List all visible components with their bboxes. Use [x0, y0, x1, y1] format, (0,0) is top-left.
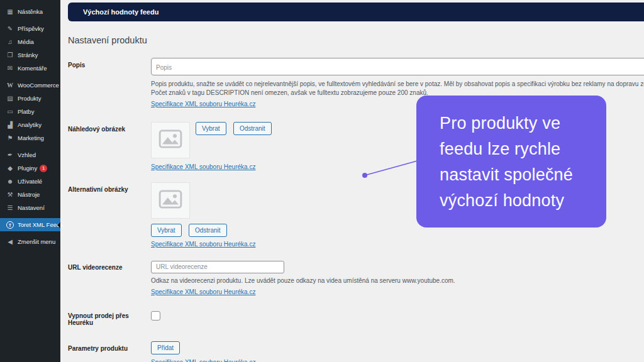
- popis-input[interactable]: [151, 58, 644, 75]
- alternativni-obrazky-label: Alternativní obrázky: [68, 182, 151, 193]
- tutorial-callout-text: Pro produkty ve feedu lze rychle nastavi…: [440, 114, 573, 210]
- marketing-icon: ⚑: [6, 134, 14, 143]
- sidebar-item-comments[interactable]: ✉ Komentáře: [0, 62, 60, 75]
- alt-images-remove-button[interactable]: Odstranit: [189, 224, 227, 237]
- tab-title: Výchozí hodnoty feedu: [83, 8, 158, 16]
- sidebar-item-payments[interactable]: ▭ Platby: [0, 105, 60, 118]
- products-icon: ▤: [6, 94, 14, 103]
- row-parametry-produktu: Parametry produktu Přidat Specifikace XM…: [68, 341, 644, 362]
- settings-icon: ☰: [6, 204, 14, 212]
- sidebar-item-dashboard[interactable]: ▦ Nástěnka: [0, 5, 60, 18]
- callout-connector-line: [360, 154, 421, 180]
- woocommerce-icon: W: [6, 81, 14, 90]
- sidebar-item-label: Pluginy: [18, 165, 37, 172]
- tools-icon: ⚒: [6, 190, 14, 199]
- sidebar-item-label: Nástěnka: [18, 8, 43, 15]
- media-icon: ♫: [6, 38, 14, 47]
- sidebar-item-label: Nástroje: [18, 191, 40, 198]
- sidebar-item-posts[interactable]: ✎ Příspěvky: [0, 22, 60, 35]
- collapse-menu-icon: ◀: [6, 238, 14, 246]
- admin-sidebar: ▦ Nástěnka ✎ Příspěvky ♫ Média ❐ Stránky…: [0, 0, 60, 362]
- appearance-icon: ✒: [6, 151, 14, 160]
- posts-icon: ✎: [6, 25, 14, 33]
- url-videorecenze-input[interactable]: [151, 261, 284, 273]
- tutorial-callout: Pro produkty ve feedu lze rychle nastavi…: [416, 96, 606, 228]
- comments-icon: ✉: [6, 64, 14, 73]
- url-videorecenze-label: URL videorecenze: [68, 260, 151, 271]
- sidebar-item-pages[interactable]: ❐ Stránky: [0, 48, 60, 62]
- alt-images-spec-link[interactable]: Specifikace XML souboru Heuréka.cz: [151, 241, 255, 248]
- sidebar-item-tools[interactable]: ⚒ Nástroje: [0, 188, 60, 201]
- url-videorecenze-help: Odkaz na videorecenzi produktu. Lze uvád…: [151, 277, 644, 285]
- pages-icon: ❐: [6, 51, 14, 60]
- plugins-icon: ◆: [6, 164, 14, 173]
- sidebar-item-label: Marketing: [18, 134, 44, 141]
- featured-image-select-button[interactable]: Vybrat: [196, 122, 226, 135]
- payments-icon: ▭: [6, 107, 14, 116]
- sidebar-item-label: Vzhled: [18, 151, 36, 158]
- featured-image-remove-button[interactable]: Odstranit: [233, 122, 272, 135]
- popis-spec-link[interactable]: Specifikace XML souboru Heuréka.cz: [151, 101, 255, 107]
- sidebar-item-label: Stránky: [18, 52, 38, 58]
- alt-images-select-button[interactable]: Vybrat: [151, 224, 182, 237]
- sidebar-item-analytics[interactable]: ▟ Analytiky: [0, 118, 60, 131]
- parametry-spec-link[interactable]: Specifikace XML souboru Heuréka.cz: [151, 359, 255, 362]
- sidebar-item-settings[interactable]: ☰ Nastavení: [0, 201, 60, 214]
- sidebar-item-label: Produkty: [18, 95, 42, 102]
- sidebar-item-label: Toret XML Feeds: [18, 221, 63, 228]
- tab-vychozi-hodnoty-feedu[interactable]: Výchozí hodnoty feedu: [68, 3, 644, 21]
- sidebar-item-products[interactable]: ▤ Produkty: [0, 92, 60, 105]
- sidebar-item-marketing[interactable]: ⚑ Marketing: [0, 131, 60, 145]
- parametry-add-button[interactable]: Přidat: [151, 341, 180, 354]
- admin-menu: ▦ Nástěnka ✎ Příspěvky ♫ Média ❐ Stránky…: [0, 5, 60, 248]
- sidebar-item-appearance[interactable]: ✒ Vzhled: [0, 148, 60, 162]
- nahledovy-obrazek-label: Náhledový obrázek: [68, 122, 151, 133]
- url-videorecenze-spec-link[interactable]: Specifikace XML souboru Heuréka.cz: [151, 288, 255, 295]
- image-placeholder-icon: [158, 129, 182, 151]
- sidebar-item-label: Platby: [18, 108, 34, 115]
- sidebar-item-toret-xml-feeds[interactable]: T Toret XML Feeds: [0, 218, 60, 231]
- sidebar-item-woocommerce[interactable]: W WooCommerce: [0, 79, 60, 92]
- page-title: Nastavení produktu: [68, 35, 147, 45]
- analytics-icon: ▟: [6, 121, 14, 129]
- featured-image-placeholder: [151, 122, 190, 158]
- sidebar-item-label: Analytiky: [18, 121, 42, 128]
- row-vypnout-prodej: Vypnout prodej přes Heuréku: [68, 309, 644, 326]
- sidebar-item-media[interactable]: ♫ Média: [0, 35, 60, 48]
- vypnout-prodej-label: Vypnout prodej přes Heuréku: [68, 309, 151, 326]
- dashboard-icon: ▦: [6, 8, 14, 16]
- sidebar-item-label: Nastavení: [18, 204, 45, 211]
- users-icon: ☻: [6, 177, 14, 186]
- sidebar-item-label: WooCommerce: [18, 82, 59, 89]
- nahledovy-spec-link[interactable]: Specifikace XML souboru Heuréka.cz: [151, 163, 255, 170]
- sidebar-item-label: Komentáře: [18, 65, 47, 72]
- popis-label: Popis: [68, 58, 151, 69]
- sidebar-item-label: Zmenšit menu: [18, 238, 55, 245]
- update-count-badge: 1: [40, 165, 47, 172]
- toret-xml-feeds-icon: T: [6, 221, 14, 229]
- popis-help-text: Popis produktu, snažte se uvádět co nejr…: [151, 80, 644, 97]
- sidebar-item-label: Uživatelé: [18, 178, 42, 185]
- sidebar-item-plugins[interactable]: ◆ Pluginy 1: [0, 162, 60, 175]
- image-placeholder-icon: [158, 190, 182, 211]
- sidebar-item-label: Příspěvky: [18, 25, 44, 32]
- row-url-videorecenze: URL videorecenze Odkaz na videorecenzi p…: [68, 260, 644, 297]
- sidebar-item-users[interactable]: ☻ Uživatelé: [0, 175, 60, 188]
- parametry-produktu-label: Parametry produktu: [68, 341, 151, 352]
- vypnout-prodej-checkbox[interactable]: [151, 311, 160, 321]
- alt-image-placeholder: [151, 182, 190, 219]
- sidebar-item-collapse-menu[interactable]: ◀ Zmenšit menu: [0, 235, 60, 248]
- sidebar-item-label: Média: [18, 38, 34, 45]
